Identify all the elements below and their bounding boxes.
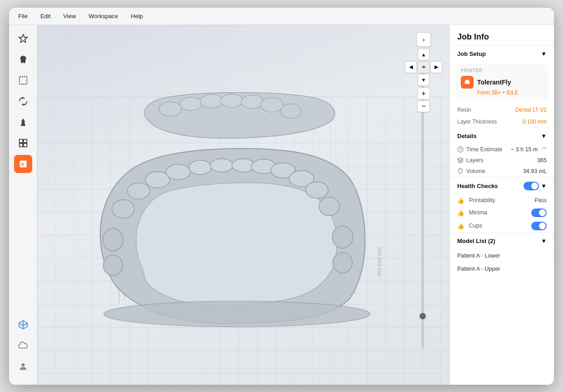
layers-value: 365 (537, 157, 547, 164)
main-area: B (9, 25, 554, 385)
svg-text:B: B (21, 162, 24, 167)
support-tool-btn[interactable] (14, 113, 32, 131)
layers-icon-label: Layers (457, 157, 484, 164)
svg-point-47 (166, 164, 191, 179)
svg-point-63 (221, 94, 243, 107)
svg-rect-1 (19, 139, 22, 142)
magic-tool-btn[interactable] (14, 30, 32, 48)
svg-rect-2 (23, 139, 26, 142)
svg-text:MOLAR3 Side: MOLAR3 Side (377, 247, 382, 277)
menu-edit[interactable]: Edit (39, 12, 52, 20)
minima-row: 👍 Minima (450, 206, 554, 219)
menu-view[interactable]: View (61, 12, 78, 20)
minima-thumb-icon: 👍 (457, 209, 464, 216)
layer-thickness-row: Layer Thickness 0.100 mm (450, 116, 554, 128)
nav-empty-tr (430, 49, 442, 60)
dental-model-svg: MOLAR3 Side (58, 61, 416, 377)
cups-thumb-icon: 👍 (457, 223, 464, 229)
svg-point-64 (241, 95, 264, 108)
select-tool-btn[interactable] (14, 71, 32, 89)
resin-row: Resin Dental LT V2 (450, 104, 554, 116)
nav-down-btn[interactable]: ▼ (418, 74, 430, 86)
health-checks-toggle[interactable] (523, 182, 539, 190)
health-checks-header[interactable]: Health Checks ▼ (450, 177, 554, 195)
model-item-lower[interactable]: Patient A - Lower (450, 249, 554, 262)
cloud-tool-btn[interactable] (14, 337, 32, 355)
cups-label: 👍 Cups (457, 223, 482, 229)
svg-point-56 (103, 228, 123, 251)
printability-value: Pass (534, 197, 547, 203)
menu-workspace[interactable]: Workspace (87, 12, 120, 20)
volume-icon-label: Volume (457, 168, 485, 174)
printer-name-row: TolerantFly (461, 76, 543, 89)
nav-empty-tl (405, 49, 417, 60)
panel-title: Job Info (450, 25, 554, 45)
zoom-in-btn[interactable]: + (417, 88, 430, 99)
tooth-tool-btn[interactable] (14, 50, 32, 69)
details-section-header[interactable]: Details ▼ (450, 128, 554, 144)
minima-label: 👍 Minima (457, 209, 487, 216)
menu-help[interactable]: Help (129, 12, 145, 20)
user-profile-btn[interactable] (14, 357, 32, 376)
minima-toggle[interactable] (531, 208, 547, 217)
svg-point-58 (332, 226, 353, 248)
nav-right-btn[interactable]: ▶ (430, 61, 442, 73)
zoom-controls: + − (417, 88, 430, 112)
zoom-out-btn[interactable]: − (417, 100, 430, 112)
nav-empty-br (430, 74, 442, 86)
resin-label: Resin (457, 107, 471, 113)
details-chevron: ▼ (541, 133, 547, 139)
svg-point-48 (189, 160, 212, 174)
model-list-label: Model List (2) (457, 238, 495, 244)
app-window: File Edit View Workspace Help (9, 8, 554, 385)
cube-tool-btn[interactable] (14, 316, 32, 334)
dental-model-container: MOLAR3 Side (58, 61, 416, 377)
health-toggle-group: ▼ (523, 182, 547, 190)
printer-icon (461, 76, 474, 89)
label-tool-btn[interactable]: B (14, 155, 32, 173)
cups-row: 👍 Cups (450, 219, 554, 233)
layer-thickness-value[interactable]: 0.100 mm (523, 119, 547, 125)
svg-point-60 (159, 102, 182, 116)
grid-tool-btn[interactable] (14, 134, 32, 152)
layers-row: Layers 365 (450, 155, 554, 166)
left-toolbar: B (9, 25, 37, 385)
printability-label: 👍 Printability (457, 197, 495, 204)
resin-value[interactable]: Dental LT V2 (515, 107, 547, 113)
model-list-header[interactable]: Model List (2) ▼ (450, 233, 554, 249)
printer-section-label: PRINTER (461, 68, 543, 73)
time-icon-label: Time Estimate (457, 146, 502, 153)
nav-empty-bl (405, 74, 417, 86)
model-item-upper[interactable]: Patient A - Upper (450, 262, 554, 275)
svg-point-57 (104, 255, 123, 275)
view-forward-btn[interactable]: › (416, 32, 431, 47)
nav-center-btn[interactable]: 👁 (418, 61, 430, 73)
job-setup-header[interactable]: Job Setup ▼ (450, 45, 554, 62)
svg-point-59 (333, 253, 352, 273)
health-checks-label: Health Checks (457, 183, 498, 189)
cups-toggle[interactable] (531, 222, 547, 230)
nav-left-btn[interactable]: ◀ (405, 61, 417, 73)
svg-point-7 (21, 363, 25, 366)
refresh-icon[interactable] (541, 147, 547, 152)
volume-icon (457, 168, 464, 174)
details-label: Details (457, 133, 477, 139)
svg-point-61 (180, 97, 202, 110)
viewport[interactable]: MOLAR3 Side › ▲ ◀ 👁 ▶ ▼ (37, 25, 449, 385)
svg-rect-70 (466, 82, 468, 83)
svg-rect-69 (465, 81, 470, 84)
svg-point-50 (232, 159, 255, 172)
time-estimate-row: Time Estimate ~ 3 h 15 m (450, 144, 554, 155)
svg-rect-3 (19, 143, 22, 146)
job-setup-label: Job Setup (457, 50, 486, 57)
layers-icon (457, 157, 464, 164)
svg-point-45 (128, 183, 150, 199)
printability-thumb-icon: 👍 (457, 197, 464, 204)
job-setup-chevron: ▼ (541, 50, 547, 57)
svg-point-62 (200, 94, 223, 108)
rotate-tool-btn[interactable] (14, 92, 32, 110)
svg-point-68 (104, 301, 370, 327)
volume-row: Volume 34.93 mL (450, 166, 554, 177)
nav-up-btn[interactable]: ▲ (418, 49, 430, 60)
menu-file[interactable]: File (16, 12, 30, 20)
